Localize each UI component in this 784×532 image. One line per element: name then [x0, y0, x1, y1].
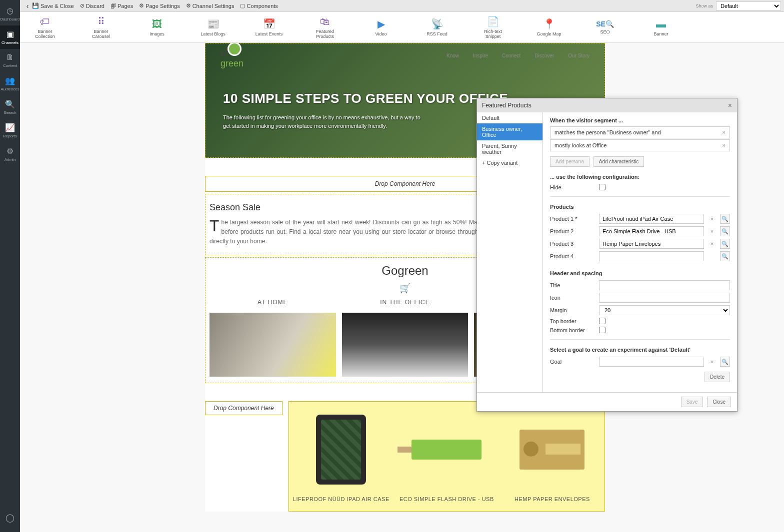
blogs-icon: 📰 — [198, 18, 228, 30]
sidebar-item-user[interactable]: ◯ — [0, 509, 20, 528]
channels-icon: ▣ — [0, 29, 20, 39]
segment-row: matches the persona "Business owner" and… — [550, 126, 730, 138]
variant-parent-sunny[interactable]: Parent, Sunny weather — [477, 140, 542, 157]
nav-link[interactable]: Our Story — [568, 53, 590, 58]
sidebar-item-search[interactable]: 🔍Search — [0, 95, 20, 119]
delete-button[interactable]: Delete — [704, 372, 730, 382]
lookup-icon[interactable]: 🔍 — [720, 357, 730, 367]
product-image — [398, 410, 495, 490]
ribbon-seo[interactable]: SE🔍SEO — [590, 20, 620, 34]
topborder-checkbox[interactable] — [599, 318, 606, 324]
product-input[interactable] — [599, 251, 704, 261]
config-label: ... use the following configuration: — [550, 174, 730, 180]
ribbon-latest-blogs[interactable]: 📰Latest Blogs — [198, 18, 228, 36]
title-input[interactable] — [599, 280, 730, 290]
goal-section-label: Select a goal to create an experiment ag… — [550, 347, 730, 353]
variants-list: Default Business owner, Office Parent, S… — [477, 112, 543, 392]
dialog-close-icon[interactable]: × — [728, 101, 732, 109]
show-as-select[interactable]: Default — [716, 1, 781, 10]
sidebar-item-audiences[interactable]: 👥Audiences — [0, 72, 20, 95]
save-close-button[interactable]: 💾Save & Close — [32, 2, 74, 9]
clear-icon[interactable]: × — [708, 241, 716, 247]
ribbon-video[interactable]: ▶Video — [366, 18, 396, 36]
remove-segment-icon[interactable]: × — [722, 129, 726, 135]
back-button[interactable]: ‹ — [23, 2, 32, 10]
drop-zone-small[interactable]: Drop Component Here — [205, 401, 282, 415]
clear-icon[interactable]: × — [708, 216, 716, 222]
audiences-icon: 👥 — [0, 76, 20, 85]
product-row: Product 4×🔍 — [550, 251, 730, 261]
product-label: Product 4 — [550, 253, 595, 259]
featured-products-component[interactable]: × LIFEPROOF NÜÜD IPAD AIR CASE ECO SIMPL… — [288, 401, 605, 512]
sidebar-item-content[interactable]: 🗎Content — [0, 49, 20, 72]
goal-input[interactable] — [599, 357, 704, 367]
ribbon-latest-events[interactable]: 📅Latest Events — [254, 18, 284, 36]
remove-segment-icon[interactable]: × — [722, 142, 726, 148]
hide-checkbox[interactable] — [599, 184, 606, 190]
nav-link[interactable]: Inspire — [473, 53, 488, 58]
nav-link[interactable]: Connect — [502, 53, 520, 58]
variant-business-owner[interactable]: Business owner, Office — [477, 123, 542, 140]
product-input[interactable] — [599, 239, 704, 249]
product-name: ECO SIMPLE FLASH DRIVE - USB — [398, 496, 495, 503]
add-characteristic-button[interactable]: Add characteristic — [594, 156, 644, 167]
channel-settings-button[interactable]: ⚙Channel Settings — [186, 2, 234, 9]
discard-button[interactable]: ⊘Discard — [80, 2, 104, 9]
product-input[interactable] — [599, 226, 704, 236]
clear-icon[interactable]: × — [708, 359, 716, 365]
components-label: Components — [246, 3, 278, 9]
ribbon-google-map[interactable]: 📍Google Map — [534, 18, 564, 36]
product-card: ECO SIMPLE FLASH DRIVE - USB — [398, 410, 495, 503]
page-settings-label: Page Settings — [146, 3, 180, 9]
bottomborder-checkbox[interactable] — [599, 327, 606, 333]
hide-row: Hide — [550, 184, 730, 190]
dialog-footer: Save Close — [477, 392, 737, 411]
components-icon: ▢ — [240, 2, 245, 9]
nav-link[interactable]: Know — [446, 53, 459, 58]
components-button[interactable]: ▢Components — [240, 2, 278, 9]
products-icon: 🛍 — [310, 16, 340, 27]
page-settings-button[interactable]: ⚙Page Settings — [139, 2, 180, 9]
ribbon-banner-collection[interactable]: 🏷Banner Collection — [30, 16, 60, 39]
product-row: Product 3×🔍 — [550, 239, 730, 249]
lookup-icon[interactable]: 🔍 — [720, 226, 730, 236]
ribbon-featured-products[interactable]: 🛍Featured Products — [310, 16, 340, 39]
topbar-actions: 💾Save & Close ⊘Discard 🗐Pages ⚙Page Sett… — [32, 2, 278, 9]
variant-default[interactable]: Default — [477, 112, 542, 123]
sidebar-item-reports[interactable]: 📈Reports — [0, 119, 20, 142]
save-close-label: Save & Close — [40, 3, 74, 9]
sidebar-label: Search — [4, 110, 16, 115]
lookup-icon[interactable]: 🔍 — [720, 214, 730, 224]
banner-carousel-icon: ⠿ — [86, 15, 116, 27]
product-input[interactable] — [599, 214, 704, 224]
product-name: HEMP PAPER ENVELOPES — [504, 496, 600, 503]
clear-icon[interactable]: × — [708, 228, 716, 234]
ribbon-banner-carousel[interactable]: ⠿Banner Carousel — [86, 15, 116, 39]
lookup-icon[interactable]: 🔍 — [720, 251, 730, 261]
sidebar-item-admin[interactable]: ⚙Admin — [0, 142, 20, 166]
bottomborder-label: Bottom border — [550, 327, 595, 333]
ribbon-rss[interactable]: 📡RSS Feed — [422, 18, 452, 36]
ribbon-banner[interactable]: ▬Banner — [646, 18, 676, 36]
ribbon-rich-text[interactable]: 📄Rich-text Snippet — [478, 15, 508, 39]
products-label: Products — [550, 204, 730, 210]
ribbon-label: SEO — [600, 29, 610, 34]
featured-products-dialog: Featured Products × Default Business own… — [476, 98, 738, 412]
lookup-icon[interactable]: 🔍 — [720, 239, 730, 249]
sidebar-item-dashboard[interactable]: ◷Dashboard — [0, 2, 20, 25]
nav-link[interactable]: Discover — [534, 53, 554, 58]
pages-button[interactable]: 🗐Pages — [110, 3, 133, 9]
segment-label: When the visitor segment ... — [550, 117, 730, 123]
icon-input[interactable] — [599, 293, 730, 303]
variant-copy[interactable]: + Copy variant — [477, 157, 542, 168]
ribbon-label: Latest Events — [256, 31, 283, 36]
margin-select[interactable]: 20 — [599, 305, 730, 315]
ribbon-label: Banner — [654, 31, 668, 36]
topbar-right: Show as Default — [696, 1, 781, 10]
save-button[interactable]: Save — [681, 397, 704, 407]
discard-label: Discard — [86, 3, 104, 9]
add-persona-button[interactable]: Add persona — [550, 156, 590, 167]
ribbon-images[interactable]: 🖼Images — [142, 18, 172, 36]
sidebar-item-channels[interactable]: ▣Channels — [0, 25, 20, 49]
close-button[interactable]: Close — [707, 397, 731, 407]
